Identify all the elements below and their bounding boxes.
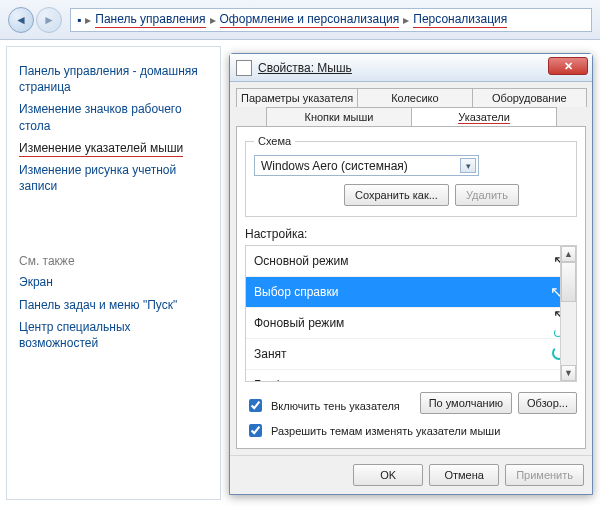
close-button[interactable]: ✕ bbox=[548, 57, 588, 75]
ok-button[interactable]: OK bbox=[353, 464, 423, 486]
scheme-fieldset: Схема Windows Aero (системная) ▾ Сохрани… bbox=[245, 135, 577, 217]
scroll-up-button[interactable]: ▲ bbox=[561, 246, 576, 262]
delete-button: Удалить bbox=[455, 184, 519, 206]
dialog-title: Свойства: Мышь bbox=[258, 61, 352, 75]
customize-label: Настройка: bbox=[245, 227, 577, 241]
list-item[interactable]: Выбор справки ? bbox=[246, 277, 576, 308]
sidebar-link-ease-of-access[interactable]: Центр специальных возможностей bbox=[19, 319, 208, 351]
mouse-icon bbox=[236, 60, 252, 76]
list-item[interactable]: Занят bbox=[246, 339, 576, 370]
sidebar-seealso-section: См. также Экран Панель задач и меню "Пус… bbox=[19, 254, 208, 351]
seealso-label: См. также bbox=[19, 254, 208, 268]
list-item-label: Занят bbox=[254, 347, 287, 361]
tab-pointer-options[interactable]: Параметры указателя bbox=[236, 88, 358, 107]
address-bar: ◄ ► ▪ ▸ Панель управления ▸ Оформление и… bbox=[0, 0, 600, 40]
sidebar-link-mouse-pointers-label: Изменение указателей мыши bbox=[19, 141, 183, 157]
scheme-value: Windows Aero (системная) bbox=[261, 159, 408, 173]
allow-themes-checkbox[interactable]: Разрешить темам изменять указатели мыши bbox=[245, 421, 577, 440]
scroll-down-button[interactable]: ▼ bbox=[561, 365, 576, 381]
list-item[interactable]: Фоновый режим bbox=[246, 308, 576, 339]
sidebar: Панель управления - домашняя страница Из… bbox=[6, 46, 221, 500]
list-item-label: Графическое выделение bbox=[254, 378, 393, 382]
apply-button: Применить bbox=[505, 464, 584, 486]
scroll-thumb[interactable] bbox=[561, 262, 576, 302]
pointer-shadow-input[interactable] bbox=[249, 399, 262, 412]
use-default-button[interactable]: По умолчанию bbox=[420, 392, 512, 414]
tab-wheel[interactable]: Колесико bbox=[357, 88, 472, 107]
breadcrumb[interactable]: ▪ ▸ Панель управления ▸ Оформление и пер… bbox=[70, 8, 592, 32]
titlebar[interactable]: Свойства: Мышь ✕ bbox=[230, 54, 592, 82]
cancel-button[interactable]: Отмена bbox=[429, 464, 499, 486]
scheme-legend: Схема bbox=[254, 135, 295, 147]
allow-themes-label: Разрешить темам изменять указатели мыши bbox=[271, 425, 500, 437]
scheme-combobox[interactable]: Windows Aero (системная) ▾ bbox=[254, 155, 479, 176]
sidebar-link-mouse-pointers[interactable]: Изменение указателей мыши bbox=[19, 140, 208, 156]
back-button[interactable]: ◄ bbox=[8, 7, 34, 33]
tab-pointers[interactable]: Указатели bbox=[411, 107, 557, 126]
sidebar-link-display[interactable]: Экран bbox=[19, 274, 208, 290]
chevron-down-icon[interactable]: ▾ bbox=[460, 158, 476, 173]
pointer-shadow-label: Включить тень указателя bbox=[271, 400, 400, 412]
pointer-shadow-checkbox[interactable]: Включить тень указателя bbox=[245, 396, 400, 415]
sidebar-link-desktop-icons[interactable]: Изменение значков рабочего стола bbox=[19, 101, 208, 133]
tab-buttons[interactable]: Кнопки мыши bbox=[266, 107, 412, 126]
cursor-list[interactable]: Основной режим Выбор справки ? Фоновый р… bbox=[245, 245, 577, 382]
dialog-buttons: OK Отмена Применить bbox=[230, 455, 592, 494]
breadcrumb-part-1[interactable]: Панель управления bbox=[95, 12, 205, 28]
browse-button[interactable]: Обзор... bbox=[518, 392, 577, 414]
list-item-label: Фоновый режим bbox=[254, 316, 344, 330]
allow-themes-input[interactable] bbox=[249, 424, 262, 437]
mouse-properties-dialog: Свойства: Мышь ✕ Параметры указателя Кол… bbox=[229, 53, 593, 495]
save-as-button[interactable]: Сохранить как... bbox=[344, 184, 449, 206]
list-item-label: Основной режим bbox=[254, 254, 349, 268]
list-item[interactable]: Основной режим bbox=[246, 246, 576, 277]
breadcrumb-part-3[interactable]: Персонализация bbox=[413, 12, 507, 28]
list-item[interactable]: Графическое выделение + bbox=[246, 370, 576, 382]
sidebar-link-taskbar[interactable]: Панель задач и меню "Пуск" bbox=[19, 297, 208, 313]
tab-hardware[interactable]: Оборудование bbox=[472, 88, 587, 107]
tabs: Параметры указателя Колесико Оборудовани… bbox=[230, 82, 592, 126]
list-item-label: Выбор справки bbox=[254, 285, 338, 299]
nav-buttons: ◄ ► bbox=[8, 7, 62, 33]
sidebar-link-account-picture[interactable]: Изменение рисунка учетной записи bbox=[19, 162, 208, 194]
control-panel-icon: ▪ bbox=[77, 13, 81, 27]
tab-body-pointers: Схема Windows Aero (системная) ▾ Сохрани… bbox=[236, 126, 586, 449]
forward-button[interactable]: ► bbox=[36, 7, 62, 33]
scrollbar[interactable]: ▲ ▼ bbox=[560, 246, 576, 381]
breadcrumb-part-2[interactable]: Оформление и персонализация bbox=[220, 12, 400, 28]
sidebar-home-link[interactable]: Панель управления - домашняя страница bbox=[19, 63, 208, 95]
